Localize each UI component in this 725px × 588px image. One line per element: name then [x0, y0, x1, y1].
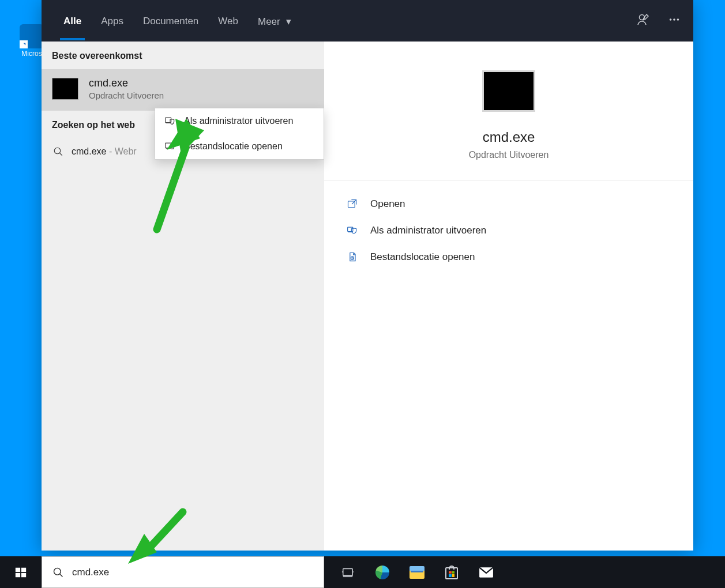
annotation-arrow-bottom	[128, 506, 191, 567]
svg-point-2	[673, 18, 675, 21]
file-explorer-icon	[410, 566, 425, 579]
taskbar-explorer[interactable]	[410, 565, 425, 580]
chevron-down-icon: ▾	[286, 16, 291, 28]
start-button[interactable]	[0, 556, 42, 588]
search-icon	[53, 146, 63, 157]
tab-apps[interactable]: Apps	[97, 2, 127, 40]
svg-marker-15	[128, 534, 157, 564]
feedback-icon[interactable]	[637, 13, 651, 29]
svg-rect-16	[16, 567, 20, 571]
file-location-icon	[346, 251, 359, 263]
web-search-text: cmd.exe - Webr	[72, 146, 137, 157]
tab-more[interactable]: Meer ▾	[254, 2, 295, 40]
svg-line-5	[59, 153, 62, 156]
best-match-subtitle: Opdracht Uitvoeren	[89, 91, 164, 100]
best-match-result[interactable]: cmd.exe Opdracht Uitvoeren	[42, 69, 324, 111]
action-run-as-admin[interactable]: Als administrator uitvoeren	[336, 217, 682, 244]
details-subtitle: Opdracht Uitvoeren	[469, 150, 549, 160]
tab-web[interactable]: Web	[215, 2, 242, 40]
svg-line-11	[157, 148, 186, 229]
task-view-icon	[341, 566, 354, 579]
svg-point-4	[54, 148, 61, 154]
svg-point-20	[54, 568, 61, 575]
svg-rect-17	[21, 567, 26, 571]
svg-rect-9	[348, 227, 353, 232]
taskbar	[0, 556, 725, 588]
edge-icon	[375, 566, 389, 579]
taskbar-store[interactable]	[444, 565, 459, 580]
windows-logo-icon	[14, 566, 27, 579]
svg-line-21	[60, 574, 63, 576]
svg-rect-18	[16, 572, 20, 576]
shortcut-arrow-icon	[20, 40, 28, 48]
annotation-arrow-top	[141, 119, 204, 234]
edge-tile-icon	[20, 24, 44, 48]
results-column: Beste overeenkomst cmd.exe Opdracht Uitv…	[42, 42, 324, 551]
action-open-location-label: Bestandslocatie openen	[370, 251, 475, 263]
microsoft-store-icon	[445, 566, 459, 579]
svg-rect-19	[21, 572, 26, 576]
details-cmd-icon	[482, 70, 535, 112]
tabs-bar: Alle Apps Documenten Web Meer ▾	[42, 0, 693, 42]
desktop: Micros Alle Apps Documenten Web Meer ▾	[0, 0, 725, 588]
action-run-as-admin-label: Als administrator uitvoeren	[370, 225, 486, 236]
taskbar-search-input[interactable]	[72, 567, 313, 578]
search-panel: Alle Apps Documenten Web Meer ▾ B	[42, 0, 693, 551]
more-options-icon[interactable]	[668, 13, 681, 28]
task-view-button[interactable]	[340, 565, 355, 580]
taskbar-mail[interactable]	[479, 565, 494, 580]
tab-more-label: Meer	[258, 16, 280, 27]
open-icon	[346, 198, 359, 210]
tab-documents[interactable]: Documenten	[140, 2, 202, 40]
svg-point-3	[677, 18, 679, 21]
mail-icon	[479, 567, 494, 578]
admin-shield-icon	[346, 224, 359, 237]
search-icon	[52, 567, 64, 578]
details-title: cmd.exe	[483, 129, 535, 145]
best-match-title: cmd.exe	[89, 77, 164, 89]
cmd-icon	[52, 78, 78, 100]
action-open-label: Openen	[370, 198, 405, 210]
details-column: cmd.exe Opdracht Uitvoeren Openen	[324, 42, 693, 551]
tab-all[interactable]: Alle	[60, 2, 85, 40]
svg-rect-22	[343, 568, 353, 575]
taskbar-edge[interactable]	[375, 565, 390, 580]
action-open-file-location[interactable]: Bestandslocatie openen	[336, 244, 682, 270]
action-open[interactable]: Openen	[336, 191, 682, 217]
svg-point-1	[670, 18, 672, 21]
best-match-label: Beste overeenkomst	[42, 42, 324, 69]
